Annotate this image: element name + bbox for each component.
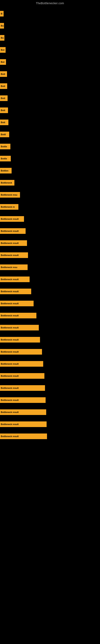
bar-11: Bottle — [0, 144, 10, 149]
bar-row: Bottleneck result — [0, 382, 100, 394]
bar-label-22: Bottleneck result — [1, 278, 19, 280]
bar-9: Bott — [0, 120, 8, 125]
bar-label-17: Bottleneck result — [1, 218, 19, 220]
bar-row: Bottleneck result — [0, 237, 100, 249]
bar-row: Bottleneck result — [0, 298, 100, 310]
bar-row: Bottleneck result — [0, 273, 100, 285]
bar-label-29: Bottleneck result — [1, 363, 19, 365]
bar-row: Bottleneck result — [0, 322, 100, 334]
bar-26: Bottleneck result — [0, 325, 39, 330]
bar-row: Bottleneck resu — [0, 261, 100, 273]
bar-label-15: Bottleneck resu — [1, 194, 17, 196]
bar-row: Bott — [0, 68, 100, 80]
bar-20: Bottleneck result — [0, 252, 28, 258]
bar-label-25: Bottleneck result — [1, 314, 19, 317]
bar-label-6: Bott — [1, 85, 5, 87]
bar-25: Bottleneck result — [0, 313, 36, 318]
site-title: TheBottlenecker.com — [0, 0, 100, 6]
bar-1: Bo — [0, 23, 4, 28]
bar-row: Bottleneck result — [0, 394, 100, 406]
bar-23: Bottleneck result — [0, 288, 31, 294]
bar-22: Bottleneck result — [0, 276, 30, 282]
bar-label-13: Bottlen — [1, 170, 8, 172]
bar-row: Bottleneck result — [0, 358, 100, 370]
bar-label-10: Bottl — [1, 133, 6, 136]
bar-13: Bottlen — [0, 168, 12, 174]
bar-label-11: Bottle — [1, 145, 7, 148]
bar-label-19: Bottleneck result — [1, 242, 19, 244]
bar-17: Bottleneck result — [0, 216, 24, 222]
bar-row: Bottleneck result — [0, 213, 100, 225]
bar-row: Bott — [0, 116, 100, 128]
bar-label-16: Bottleneck re — [1, 206, 15, 208]
bar-row: Bo — [0, 20, 100, 32]
bar-28: Bottleneck result — [0, 349, 42, 354]
bar-10: Bottl — [0, 132, 9, 137]
bar-row: Bottle — [0, 140, 100, 152]
bar-row: Bottleneck result — [0, 310, 100, 322]
bar-label-32: Bottleneck result — [1, 399, 19, 401]
bar-row: Bottle — [0, 152, 100, 164]
bar-7: Bott — [0, 96, 8, 101]
bar-27: Bottleneck result — [0, 337, 40, 342]
bar-34: Bottleneck result — [0, 422, 47, 427]
bar-row: Bott — [0, 92, 100, 104]
bar-label-27: Bottleneck result — [1, 338, 19, 341]
bar-19: Bottleneck result — [0, 240, 27, 246]
bar-0: B — [0, 11, 3, 16]
bar-35: Bottleneck result — [0, 434, 47, 439]
bar-33: Bottleneck result — [0, 409, 46, 415]
bar-label-31: Bottleneck result — [1, 387, 19, 389]
bar-row: Bottleneck result — [0, 334, 100, 346]
bar-label-0: B — [1, 12, 2, 15]
bar-label-4: Bot — [1, 61, 4, 63]
bar-label-26: Bottleneck result — [1, 326, 19, 329]
bar-label-33: Bottleneck result — [1, 411, 19, 413]
bar-29: Bottleneck result — [0, 361, 43, 367]
bar-row: Bottleneck resu — [0, 189, 100, 201]
bar-label-12: Bottle — [1, 158, 7, 160]
bar-row: Bottleneck result — [0, 285, 100, 298]
bar-21: Bottleneck resu — [0, 264, 28, 270]
bar-label-5: Bott — [1, 73, 5, 75]
bar-label-18: Bottleneck result — [1, 230, 19, 232]
bar-6: Bott — [0, 83, 7, 89]
bar-3: Bot — [0, 47, 6, 53]
bar-14: Bottleneck — [0, 180, 14, 186]
bar-row: Bottlen — [0, 164, 100, 177]
bar-row: Bot — [0, 44, 100, 56]
bar-label-21: Bottleneck resu — [1, 266, 17, 268]
bars-container: BBoBoBotBotBottBottBottBottBottBottlBott… — [0, 6, 100, 444]
bar-15: Bottleneck resu — [0, 192, 20, 198]
bar-8: Bott — [0, 108, 8, 113]
bar-row: Bottleneck result — [0, 225, 100, 237]
bar-label-14: Bottleneck — [1, 182, 12, 184]
bar-row: Bottleneck — [0, 177, 100, 189]
bar-label-35: Bottleneck result — [1, 435, 19, 438]
bar-row: Bott — [0, 80, 100, 92]
bar-16: Bottleneck re — [0, 204, 18, 210]
bar-30: Bottleneck result — [0, 373, 44, 379]
bar-label-30: Bottleneck result — [1, 375, 19, 377]
bar-5: Bott — [0, 71, 7, 77]
bar-label-8: Bott — [1, 109, 5, 112]
bar-label-34: Bottleneck result — [1, 423, 19, 426]
bar-label-2: Bo — [1, 37, 4, 39]
bar-label-1: Bo — [1, 24, 4, 27]
bar-row: Bottleneck result — [0, 418, 100, 430]
bar-row: Bottleneck re — [0, 201, 100, 213]
bar-label-28: Bottleneck result — [1, 350, 19, 353]
bar-row: Bottleneck result — [0, 346, 100, 358]
bar-label-9: Bott — [1, 121, 5, 124]
bar-label-3: Bot — [1, 49, 4, 51]
bar-row: B — [0, 8, 100, 20]
bar-row: Bottleneck result — [0, 430, 100, 442]
bar-32: Bottleneck result — [0, 397, 46, 403]
bar-12: Bottle — [0, 156, 11, 162]
bar-label-7: Bott — [1, 97, 5, 100]
bar-row: Bott — [0, 104, 100, 116]
bar-row: Bottleneck result — [0, 406, 100, 418]
bar-label-20: Bottleneck result — [1, 254, 19, 256]
bar-row: Bot — [0, 56, 100, 68]
bar-4: Bot — [0, 59, 6, 65]
